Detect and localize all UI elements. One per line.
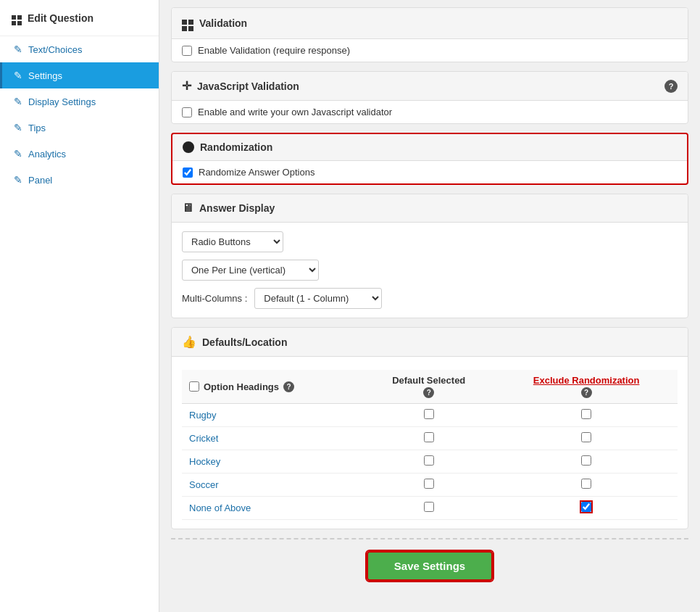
row-label-3: Soccer <box>182 474 362 497</box>
default-selected-checkbox-4[interactable] <box>424 502 434 512</box>
edit-icon-tips: ✎ <box>14 122 22 133</box>
validation-checkbox[interactable] <box>182 46 192 56</box>
validation-header: Validation <box>172 8 688 39</box>
table-row: Rugby <box>182 404 678 427</box>
exclude-randomization-checkbox-3[interactable] <box>581 479 591 489</box>
default-selected-checkbox-0[interactable] <box>424 409 434 419</box>
sidebar-item-panel[interactable]: ✎ Panel <box>0 167 159 193</box>
default-selected-checkbox-2[interactable] <box>424 455 434 466</box>
default-selected-cell-1 <box>362 427 495 450</box>
sidebar-item-analytics[interactable]: ✎ Analytics <box>0 141 159 167</box>
validation-checkbox-row: Enable Validation (require response) <box>172 39 688 62</box>
validation-icon <box>182 15 193 31</box>
sidebar-item-display-settings[interactable]: ✎ Display Settings <box>0 88 159 115</box>
default-selected-checkbox-1[interactable] <box>424 432 434 442</box>
sidebar-item-tips[interactable]: ✎ Tips <box>0 115 159 141</box>
randomization-checkbox[interactable] <box>183 168 193 178</box>
main-content: Validation Enable Validation (require re… <box>159 0 700 612</box>
option-headings-col-header: Option Headings ? <box>182 370 362 404</box>
monitor-icon: 🖥 <box>182 202 193 215</box>
table-row: Cricket <box>182 427 678 450</box>
exclude-randomization-cell-1 <box>495 427 678 450</box>
default-selected-checkbox-3[interactable] <box>424 479 434 489</box>
answer-display-header: 🖥 Answer Display <box>172 194 688 223</box>
js-validation-header: ✛ JavaScript Validation ? <box>172 72 688 101</box>
exclude-randomization-col-header: Exclude Randomization ? <box>495 370 678 404</box>
answer-display-body: Radio Buttons Checkboxes Dropdown Rankin… <box>172 223 688 318</box>
row-label-0: Rugby <box>182 404 362 427</box>
defaults-location-header: 👍 Defaults/Location <box>172 328 688 357</box>
default-selected-col-header: Default Selected ? <box>362 370 495 404</box>
validation-label: Enable Validation (require response) <box>198 45 350 56</box>
validation-section: Validation Enable Validation (require re… <box>171 7 688 62</box>
defaults-location-body: Option Headings ? Default Selected ? <box>172 357 688 529</box>
defaults-location-section: 👍 Defaults/Location Option Headings ? <box>171 327 688 529</box>
edit-icon-analytics: ✎ <box>14 148 22 160</box>
exclude-randomization-checkbox-1[interactable] <box>581 432 591 442</box>
js-validation-help-icon[interactable]: ? <box>664 80 678 93</box>
default-selected-cell-4 <box>362 497 495 520</box>
row-label-4: None of Above <box>182 497 362 520</box>
exclude-randomization-checkbox-2[interactable] <box>581 455 591 466</box>
save-settings-button[interactable]: Save Settings <box>367 551 493 581</box>
option-headings-help-icon[interactable]: ? <box>283 381 294 392</box>
default-selected-help-icon[interactable]: ? <box>423 387 434 398</box>
grid-icon <box>12 10 22 25</box>
randomization-section: Randomization Randomize Answer Options <box>171 133 688 185</box>
randomization-checkbox-row: Randomize Answer Options <box>172 161 687 183</box>
row-label-2: Hockey <box>182 450 362 474</box>
move-icon: ✛ <box>182 79 191 93</box>
answer-display-section: 🖥 Answer Display Radio Buttons Checkboxe… <box>171 194 688 318</box>
multicolumn-row: Multi-Columns : Default (1 - Column) 2 C… <box>182 288 678 309</box>
sidebar-item-text-choices[interactable]: ✎ Text/Choices <box>0 36 159 62</box>
display-type-select[interactable]: Radio Buttons Checkboxes Dropdown Rankin… <box>182 231 283 252</box>
js-validation-section: ✛ JavaScript Validation ? Enable and wri… <box>171 71 688 124</box>
exclude-randomization-cell-3 <box>495 474 678 497</box>
edit-icon-display-settings: ✎ <box>14 96 22 107</box>
edit-icon-text-choices: ✎ <box>14 44 22 55</box>
exclude-randomization-checkbox-4[interactable] <box>581 502 591 512</box>
table-row: None of Above <box>182 497 678 520</box>
exclude-randomization-cell-4 <box>495 497 678 520</box>
table-row: Soccer <box>182 474 678 497</box>
js-validation-checkbox[interactable] <box>182 107 192 117</box>
edit-icon-settings: ✎ <box>14 70 22 81</box>
multicolumn-label: Multi-Columns : <box>182 293 247 304</box>
js-validation-checkbox-row: Enable and write your own Javascript val… <box>172 101 688 123</box>
save-area: Save Settings <box>171 538 688 587</box>
exclude-randomization-checkbox-0[interactable] <box>581 409 591 419</box>
exclude-randomization-cell-0 <box>495 404 678 427</box>
multicolumn-select[interactable]: Default (1 - Column) 2 Columns 3 Columns <box>254 288 382 309</box>
exclude-randomization-help-icon[interactable]: ? <box>581 387 592 398</box>
randomization-label: Randomize Answer Options <box>199 167 314 178</box>
table-row: Hockey <box>182 450 678 474</box>
sidebar: Edit Question ✎ Text/Choices ✎ Settings … <box>0 0 159 612</box>
randomization-dot-icon <box>183 141 194 153</box>
default-selected-cell-3 <box>362 474 495 497</box>
thumb-icon: 👍 <box>182 335 196 349</box>
sidebar-item-settings[interactable]: ✎ Settings <box>0 62 159 88</box>
defaults-table: Option Headings ? Default Selected ? <box>182 370 678 520</box>
layout-select[interactable]: One Per Line (vertical) Two Per Line Thr… <box>182 260 319 281</box>
sidebar-title: Edit Question <box>0 0 159 36</box>
default-selected-cell-0 <box>362 404 495 427</box>
row-label-1: Cricket <box>182 427 362 450</box>
option-headings-checkbox[interactable] <box>189 381 199 392</box>
js-validation-label: Enable and write your own Javascript val… <box>198 107 392 117</box>
edit-icon-panel: ✎ <box>14 174 22 186</box>
default-selected-cell-2 <box>362 450 495 474</box>
randomization-header: Randomization <box>172 134 687 161</box>
exclude-randomization-cell-2 <box>495 450 678 474</box>
